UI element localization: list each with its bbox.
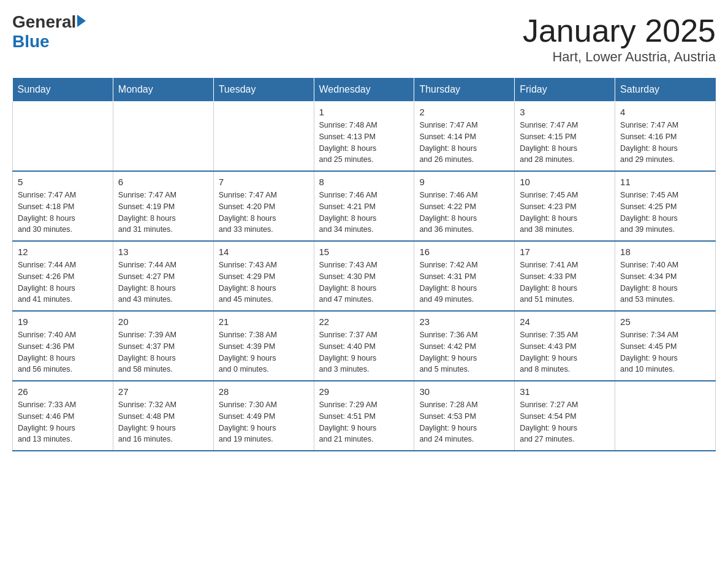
day-number: 27 xyxy=(118,386,208,397)
day-of-week-header: Thursday xyxy=(414,78,515,102)
day-info: Sunrise: 7:32 AMSunset: 4:48 PMDaylight:… xyxy=(118,399,208,445)
calendar-day-cell: 26Sunrise: 7:33 AMSunset: 4:46 PMDayligh… xyxy=(13,381,113,451)
day-info: Sunrise: 7:46 AMSunset: 4:21 PMDaylight:… xyxy=(319,190,409,236)
calendar-day-cell: 5Sunrise: 7:47 AMSunset: 4:18 PMDaylight… xyxy=(13,171,113,241)
calendar-day-cell: 8Sunrise: 7:46 AMSunset: 4:21 PMDaylight… xyxy=(314,171,414,241)
day-number: 3 xyxy=(520,107,610,117)
calendar-week-row: 19Sunrise: 7:40 AMSunset: 4:36 PMDayligh… xyxy=(13,311,716,381)
calendar-day-cell: 9Sunrise: 7:46 AMSunset: 4:22 PMDaylight… xyxy=(414,171,515,241)
day-info: Sunrise: 7:33 AMSunset: 4:46 PMDaylight:… xyxy=(18,399,108,445)
day-info: Sunrise: 7:37 AMSunset: 4:40 PMDaylight:… xyxy=(319,329,409,375)
day-info: Sunrise: 7:47 AMSunset: 4:19 PMDaylight:… xyxy=(118,190,208,236)
month-title: January 2025 xyxy=(523,12,716,49)
day-info: Sunrise: 7:44 AMSunset: 4:26 PMDaylight:… xyxy=(18,259,108,305)
calendar-day-cell: 14Sunrise: 7:43 AMSunset: 4:29 PMDayligh… xyxy=(213,241,314,311)
day-number: 15 xyxy=(319,247,409,257)
calendar-day-cell: 4Sunrise: 7:47 AMSunset: 4:16 PMDaylight… xyxy=(615,102,716,172)
day-info: Sunrise: 7:47 AMSunset: 4:16 PMDaylight:… xyxy=(620,120,710,166)
day-number: 23 xyxy=(419,316,509,327)
calendar-day-cell: 11Sunrise: 7:45 AMSunset: 4:25 PMDayligh… xyxy=(615,171,716,241)
day-number: 4 xyxy=(620,107,710,117)
day-number: 24 xyxy=(520,316,610,327)
calendar-day-cell: 27Sunrise: 7:32 AMSunset: 4:48 PMDayligh… xyxy=(113,381,213,451)
location-title: Hart, Lower Austria, Austria xyxy=(523,49,716,65)
calendar-week-row: 26Sunrise: 7:33 AMSunset: 4:46 PMDayligh… xyxy=(13,381,716,451)
day-number: 5 xyxy=(18,177,108,187)
day-number: 20 xyxy=(118,316,208,327)
day-number: 1 xyxy=(319,107,409,117)
logo-text: General xyxy=(12,12,86,32)
calendar-week-row: 12Sunrise: 7:44 AMSunset: 4:26 PMDayligh… xyxy=(13,241,716,311)
day-info: Sunrise: 7:40 AMSunset: 4:34 PMDaylight:… xyxy=(620,259,710,305)
day-number: 11 xyxy=(620,177,710,187)
calendar-day-cell: 13Sunrise: 7:44 AMSunset: 4:27 PMDayligh… xyxy=(113,241,213,311)
calendar-day-cell: 20Sunrise: 7:39 AMSunset: 4:37 PMDayligh… xyxy=(113,311,213,381)
calendar-day-cell: 22Sunrise: 7:37 AMSunset: 4:40 PMDayligh… xyxy=(314,311,414,381)
day-of-week-header: Wednesday xyxy=(314,78,414,102)
calendar-day-cell: 18Sunrise: 7:40 AMSunset: 4:34 PMDayligh… xyxy=(615,241,716,311)
calendar-day-cell xyxy=(13,102,113,172)
day-of-week-header: Monday xyxy=(113,78,213,102)
day-number: 10 xyxy=(520,177,610,187)
logo-blue-text: Blue xyxy=(12,32,50,52)
calendar-day-cell: 21Sunrise: 7:38 AMSunset: 4:39 PMDayligh… xyxy=(213,311,314,381)
day-info: Sunrise: 7:36 AMSunset: 4:42 PMDaylight:… xyxy=(419,329,509,375)
day-info: Sunrise: 7:40 AMSunset: 4:36 PMDaylight:… xyxy=(18,329,108,375)
day-number: 8 xyxy=(319,177,409,187)
day-number: 19 xyxy=(18,316,108,327)
calendar-day-cell: 1Sunrise: 7:48 AMSunset: 4:13 PMDaylight… xyxy=(314,102,414,172)
calendar-day-cell xyxy=(615,381,716,451)
day-info: Sunrise: 7:34 AMSunset: 4:45 PMDaylight:… xyxy=(620,329,710,375)
day-info: Sunrise: 7:47 AMSunset: 4:18 PMDaylight:… xyxy=(18,190,108,236)
day-of-week-header: Sunday xyxy=(13,78,113,102)
logo: General Blue xyxy=(12,12,86,52)
day-info: Sunrise: 7:45 AMSunset: 4:23 PMDaylight:… xyxy=(520,190,610,236)
day-number: 22 xyxy=(319,316,409,327)
day-number: 25 xyxy=(620,316,710,327)
calendar-day-cell: 12Sunrise: 7:44 AMSunset: 4:26 PMDayligh… xyxy=(13,241,113,311)
calendar-day-cell: 25Sunrise: 7:34 AMSunset: 4:45 PMDayligh… xyxy=(615,311,716,381)
day-number: 31 xyxy=(520,386,610,397)
calendar-day-cell: 3Sunrise: 7:47 AMSunset: 4:15 PMDaylight… xyxy=(515,102,615,172)
calendar-day-cell: 23Sunrise: 7:36 AMSunset: 4:42 PMDayligh… xyxy=(414,311,515,381)
day-number: 28 xyxy=(219,386,309,397)
page-header: General Blue January 2025 Hart, Lower Au… xyxy=(12,12,716,65)
day-info: Sunrise: 7:47 AMSunset: 4:14 PMDaylight:… xyxy=(419,120,509,166)
day-of-week-header: Friday xyxy=(515,78,615,102)
day-info: Sunrise: 7:30 AMSunset: 4:49 PMDaylight:… xyxy=(219,399,309,445)
day-info: Sunrise: 7:28 AMSunset: 4:53 PMDaylight:… xyxy=(419,399,509,445)
calendar-day-cell: 10Sunrise: 7:45 AMSunset: 4:23 PMDayligh… xyxy=(515,171,615,241)
day-number: 12 xyxy=(18,247,108,257)
day-of-week-header: Tuesday xyxy=(213,78,314,102)
day-number: 9 xyxy=(419,177,509,187)
day-info: Sunrise: 7:46 AMSunset: 4:22 PMDaylight:… xyxy=(419,190,509,236)
day-number: 13 xyxy=(118,247,208,257)
calendar-day-cell: 17Sunrise: 7:41 AMSunset: 4:33 PMDayligh… xyxy=(515,241,615,311)
day-number: 2 xyxy=(419,107,509,117)
day-info: Sunrise: 7:47 AMSunset: 4:20 PMDaylight:… xyxy=(219,190,309,236)
day-info: Sunrise: 7:41 AMSunset: 4:33 PMDaylight:… xyxy=(520,259,610,305)
calendar-header-row: SundayMondayTuesdayWednesdayThursdayFrid… xyxy=(13,78,716,102)
calendar-day-cell: 29Sunrise: 7:29 AMSunset: 4:51 PMDayligh… xyxy=(314,381,414,451)
day-info: Sunrise: 7:43 AMSunset: 4:30 PMDaylight:… xyxy=(319,259,409,305)
day-info: Sunrise: 7:39 AMSunset: 4:37 PMDaylight:… xyxy=(118,329,208,375)
day-info: Sunrise: 7:29 AMSunset: 4:51 PMDaylight:… xyxy=(319,399,409,445)
day-number: 29 xyxy=(319,386,409,397)
day-number: 17 xyxy=(520,247,610,257)
day-info: Sunrise: 7:35 AMSunset: 4:43 PMDaylight:… xyxy=(520,329,610,375)
day-number: 18 xyxy=(620,247,710,257)
day-number: 30 xyxy=(419,386,509,397)
day-number: 14 xyxy=(219,247,309,257)
calendar-day-cell: 7Sunrise: 7:47 AMSunset: 4:20 PMDaylight… xyxy=(213,171,314,241)
day-info: Sunrise: 7:48 AMSunset: 4:13 PMDaylight:… xyxy=(319,120,409,166)
calendar-day-cell: 28Sunrise: 7:30 AMSunset: 4:49 PMDayligh… xyxy=(213,381,314,451)
day-info: Sunrise: 7:44 AMSunset: 4:27 PMDaylight:… xyxy=(118,259,208,305)
day-info: Sunrise: 7:42 AMSunset: 4:31 PMDaylight:… xyxy=(419,259,509,305)
title-section: January 2025 Hart, Lower Austria, Austri… xyxy=(523,12,716,65)
calendar-day-cell: 24Sunrise: 7:35 AMSunset: 4:43 PMDayligh… xyxy=(515,311,615,381)
calendar-day-cell: 19Sunrise: 7:40 AMSunset: 4:36 PMDayligh… xyxy=(13,311,113,381)
day-number: 26 xyxy=(18,386,108,397)
day-number: 7 xyxy=(219,177,309,187)
day-info: Sunrise: 7:27 AMSunset: 4:54 PMDaylight:… xyxy=(520,399,610,445)
calendar-week-row: 1Sunrise: 7:48 AMSunset: 4:13 PMDaylight… xyxy=(13,102,716,172)
